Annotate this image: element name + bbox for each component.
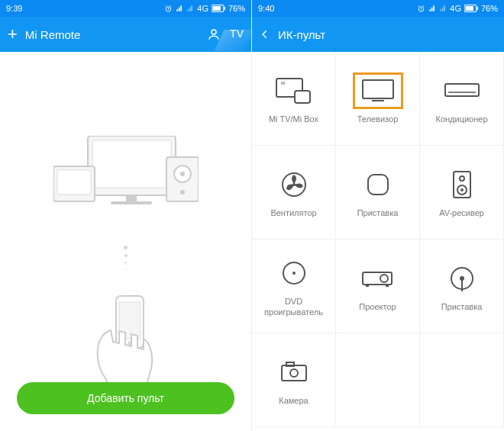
svg-rect-8 (111, 201, 152, 204)
battery-icon (464, 5, 478, 12)
device-label: Приставка (441, 301, 483, 312)
device-dvd[interactable]: DVD проигрыватель (252, 240, 336, 333)
device-label: Проектор (359, 301, 396, 312)
svg-point-47 (290, 369, 298, 377)
phone-right: 9:40 4G 76% ИК-пульт MI Mi TV/Mi Box (252, 0, 504, 431)
statusbar-right: 9:40 4G 76% (252, 0, 504, 17)
svg-text:MI: MI (281, 81, 286, 85)
appbar-right: ИК-пульт (252, 17, 504, 52)
device-label: Mi TV/Mi Box (269, 114, 318, 124)
device-camera[interactable]: Камера (252, 333, 336, 427)
statusbar-left: 9:39 4G 76% (0, 0, 251, 17)
signal-icon (439, 5, 447, 12)
page-title: ИК-пульт (278, 28, 496, 41)
device-settop[interactable]: Приставка (336, 146, 420, 240)
status-battery: 76% (228, 4, 245, 13)
svg-rect-24 (295, 91, 310, 103)
add-remote-label: Добавить пульт (87, 392, 164, 404)
signal-icon (428, 5, 436, 12)
status-network: 4G (197, 4, 208, 13)
device-label: DVD проигрыватель (255, 296, 332, 318)
device-grid: MI Mi TV/Mi Box Телевизор Кондиционер (252, 52, 504, 427)
device-cable-box[interactable]: Приставка (420, 240, 504, 333)
dvd-icon (280, 255, 308, 291)
svg-rect-21 (477, 7, 478, 11)
svg-rect-10 (57, 170, 91, 195)
svg-point-14 (180, 190, 185, 195)
mitv-icon: MI (275, 72, 313, 109)
device-label: Вентилятор (270, 207, 316, 218)
status-right: 4G 76% (164, 4, 245, 13)
svg-point-35 (460, 188, 464, 191)
svg-rect-27 (445, 84, 479, 96)
svg-rect-25 (363, 80, 393, 98)
device-label: Кондиционер (435, 114, 487, 124)
status-network: 4G (450, 4, 461, 13)
svg-point-39 (380, 275, 388, 282)
status-time: 9:40 (258, 4, 274, 13)
status-battery: 76% (481, 4, 498, 13)
empty-cell (420, 333, 504, 427)
device-fan[interactable]: Вентилятор (252, 146, 336, 240)
alarm-icon (417, 5, 425, 13)
device-label: Телевизор (357, 114, 399, 124)
device-label: Камера (279, 395, 308, 406)
appbar-left: + Mi Remote TV (0, 17, 251, 52)
empty-cell (336, 333, 420, 427)
svg-point-33 (460, 176, 464, 181)
svg-rect-45 (282, 365, 306, 381)
device-label: Приставка (357, 207, 399, 218)
tv-tab[interactable]: TV (230, 27, 244, 41)
device-tv[interactable]: Телевизор (336, 52, 420, 146)
projector-icon (361, 260, 395, 297)
device-label: AV-ресивер (439, 207, 484, 218)
cable-icon (447, 260, 477, 297)
svg-rect-20 (465, 6, 473, 11)
ac-icon (444, 72, 480, 109)
device-mitv[interactable]: MI Mi TV/Mi Box (252, 52, 336, 146)
svg-rect-2 (212, 6, 221, 11)
signal-icon (186, 5, 194, 12)
svg-rect-6 (92, 140, 171, 188)
alarm-icon (164, 5, 173, 13)
svg-point-37 (292, 272, 296, 275)
app-title: Mi Remote (25, 28, 207, 41)
fan-icon (280, 166, 308, 203)
svg-rect-31 (368, 175, 388, 195)
status-right: 4G 76% (417, 4, 498, 13)
signal-icon (176, 5, 183, 12)
av-receiver-icon (451, 166, 473, 203)
illustration-signal-dots (111, 241, 141, 275)
device-ac[interactable]: Кондиционер (420, 52, 504, 146)
phone-left: 9:39 4G 76% + Mi Remote TV (0, 0, 252, 431)
svg-rect-41 (386, 285, 389, 287)
svg-point-13 (180, 172, 185, 176)
tv-icon (353, 72, 403, 109)
add-icon[interactable]: + (8, 26, 18, 43)
svg-rect-46 (286, 362, 294, 366)
device-av-receiver[interactable]: AV-ресивер (420, 146, 504, 240)
add-remote-button[interactable]: Добавить пульт (17, 382, 234, 414)
illustration-devices (53, 136, 199, 224)
content-right: MI Mi TV/Mi Box Телевизор Кондиционер (252, 52, 504, 431)
svg-rect-3 (224, 7, 225, 11)
back-icon[interactable] (260, 29, 270, 40)
svg-rect-40 (366, 285, 369, 287)
battery-icon (212, 5, 225, 12)
content-left: Добавить пульт (0, 52, 251, 431)
svg-point-43 (460, 276, 464, 281)
svg-point-4 (212, 30, 216, 34)
device-projector[interactable]: Проектор (336, 240, 420, 333)
svg-rect-26 (372, 100, 384, 101)
status-time: 9:39 (6, 4, 22, 13)
svg-rect-7 (126, 195, 137, 201)
settop-icon (365, 166, 391, 203)
camera-icon (279, 354, 309, 391)
person-icon[interactable] (207, 27, 221, 41)
